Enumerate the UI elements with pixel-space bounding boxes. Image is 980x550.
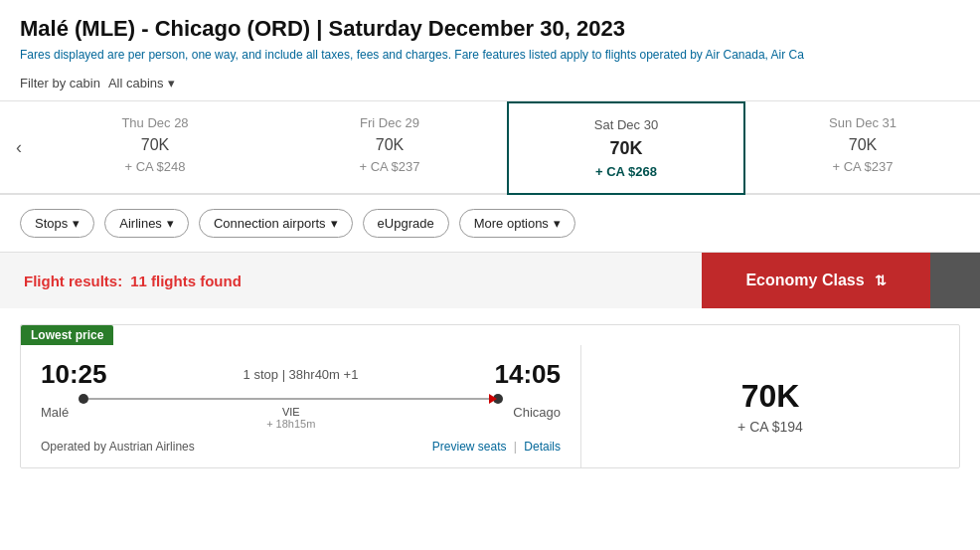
flight-route: Malé VIE + 18h15m Chicago bbox=[41, 394, 561, 430]
date-points-sat: 70K bbox=[517, 135, 735, 162]
fare-notice: Fares displayed are per person, one way,… bbox=[20, 48, 960, 62]
stops-filter-button[interactable]: Stops ▾ bbox=[20, 209, 94, 238]
prev-date-button[interactable]: ‹ bbox=[0, 101, 38, 193]
page-title: Malé (MLE) - Chicago (ORD) | Saturday De… bbox=[20, 16, 960, 42]
layover-duration: + 18h15m bbox=[266, 418, 315, 430]
airlines-filter-button[interactable]: Airlines ▾ bbox=[104, 209, 189, 238]
date-points-thu: 70K bbox=[46, 133, 264, 157]
pipe-separator: | bbox=[514, 440, 517, 454]
results-label: Flight results: bbox=[24, 273, 122, 289]
route-path-line bbox=[88, 398, 493, 400]
date-cell-thu[interactable]: Thu Dec 28 70K + CA $248 bbox=[38, 101, 272, 193]
filter-by-cabin-label: Filter by cabin bbox=[20, 76, 100, 91]
stop-info: 1 stop | 38hr40m +1 bbox=[244, 367, 359, 382]
class-selector-label: Economy Class bbox=[745, 272, 864, 289]
arrival-time: 14:05 bbox=[494, 359, 561, 390]
date-cash-sun: + CA $237 bbox=[753, 157, 972, 177]
more-options-label: More options bbox=[474, 216, 549, 231]
lowest-price-badge: Lowest price bbox=[21, 325, 113, 345]
date-points-sun: 70K bbox=[753, 133, 972, 157]
date-cash-thu: + CA $248 bbox=[46, 157, 264, 177]
connection-airports-label: Connection airports bbox=[214, 216, 326, 231]
more-options-filter-button[interactable]: More options ▾ bbox=[459, 209, 575, 238]
filter-buttons-bar: Stops ▾ Airlines ▾ Connection airports ▾… bbox=[0, 195, 980, 253]
cabin-filter-bar: Filter by cabin All cabins ▾ bbox=[0, 66, 980, 101]
stopover-info: VIE + 18h15m bbox=[266, 406, 315, 430]
date-label-fri: Fri Dec 29 bbox=[280, 113, 499, 133]
date-label-sun: Sun Dec 31 bbox=[753, 113, 972, 133]
origin-city: Malé bbox=[41, 405, 69, 420]
date-cell-sat[interactable]: Sat Dec 30 70K + CA $268 bbox=[507, 101, 745, 195]
cabin-filter-chevron-icon: ▾ bbox=[168, 76, 175, 91]
flight-times: 10:25 1 stop | 38hr40m +1 14:05 bbox=[41, 359, 561, 390]
date-cash-fri: + CA $237 bbox=[280, 157, 499, 177]
date-cell-fri[interactable]: Fri Dec 29 70K + CA $237 bbox=[272, 101, 507, 193]
class-selector-arrows-icon: ⇅ bbox=[875, 273, 887, 288]
class-extra-button[interactable] bbox=[930, 253, 980, 308]
flight-card: Lowest price 10:25 1 stop | 38hr40m +1 1… bbox=[20, 324, 960, 468]
connection-airports-filter-button[interactable]: Connection airports ▾ bbox=[199, 209, 353, 238]
airlines-label: Airlines bbox=[119, 216, 162, 231]
connection-airports-chevron-icon: ▾ bbox=[331, 216, 338, 231]
date-points-fri: 70K bbox=[280, 133, 499, 157]
results-count: 11 flights found bbox=[130, 273, 242, 289]
flight-details-left: 10:25 1 stop | 38hr40m +1 14:05 Malé VIE… bbox=[21, 345, 581, 467]
flight-main: 10:25 1 stop | 38hr40m +1 14:05 Malé VIE… bbox=[21, 345, 959, 467]
operator-text: Operated by Austrian Airlines bbox=[41, 440, 195, 454]
date-label-sat: Sat Dec 30 bbox=[517, 115, 735, 135]
destination-city: Chicago bbox=[513, 405, 561, 420]
route-line: VIE + 18h15m bbox=[79, 394, 503, 430]
details-link[interactable]: Details bbox=[524, 440, 561, 454]
preview-seats-link[interactable]: Preview seats bbox=[432, 440, 507, 454]
flight-footer: Operated by Austrian Airlines Preview se… bbox=[41, 440, 561, 454]
more-options-chevron-icon: ▾ bbox=[554, 216, 561, 231]
eupgrade-filter-button[interactable]: eUpgrade bbox=[363, 209, 449, 238]
cabin-filter-select[interactable]: All cabins ▾ bbox=[108, 76, 175, 91]
departure-time: 10:25 bbox=[41, 359, 107, 390]
origin-dot bbox=[79, 394, 88, 404]
class-selector-button[interactable]: Economy Class ⇅ bbox=[702, 253, 930, 308]
date-navigation: ‹ Thu Dec 28 70K + CA $248 Fri Dec 29 70… bbox=[0, 101, 980, 195]
flight-pricing-right: 70K + CA $194 bbox=[581, 345, 959, 467]
date-label-thu: Thu Dec 28 bbox=[46, 113, 264, 133]
results-summary: Flight results: 11 flights found bbox=[0, 253, 702, 308]
airlines-chevron-icon: ▾ bbox=[167, 216, 174, 231]
date-cell-sun[interactable]: Sun Dec 31 70K + CA $237 bbox=[745, 101, 980, 193]
date-cash-sat: + CA $268 bbox=[517, 162, 735, 182]
via-airport: VIE bbox=[282, 406, 300, 418]
flight-points: 70K bbox=[741, 378, 800, 415]
eupgrade-label: eUpgrade bbox=[378, 216, 434, 231]
stops-chevron-icon: ▾ bbox=[73, 216, 80, 231]
cabin-filter-value: All cabins bbox=[108, 76, 164, 91]
flight-links: Preview seats | Details bbox=[432, 440, 561, 454]
results-bar: Flight results: 11 flights found Economy… bbox=[0, 253, 980, 308]
page-header: Malé (MLE) - Chicago (ORD) | Saturday De… bbox=[0, 0, 980, 66]
stops-label: Stops bbox=[35, 216, 68, 231]
flight-cash: + CA $194 bbox=[737, 419, 803, 435]
